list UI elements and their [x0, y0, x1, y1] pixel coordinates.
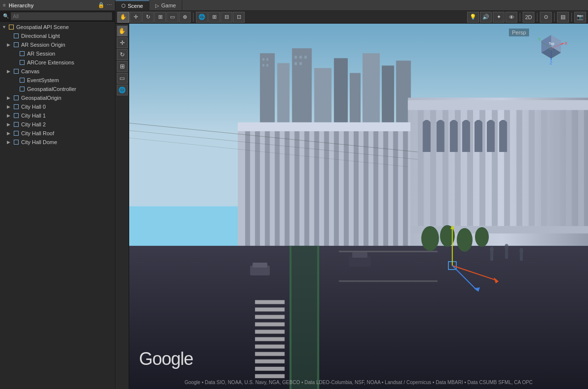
- snap-tool-btn[interactable]: ⊟: [221, 12, 232, 23]
- hand-palette-btn[interactable]: ✋: [117, 26, 128, 36]
- tree-item-city-hall-roof[interactable]: ▶ City Hall Roof: [0, 129, 115, 138]
- separator-4: [554, 13, 555, 22]
- svg-rect-46: [334, 127, 339, 261]
- layers-btn[interactable]: ▤: [557, 12, 569, 23]
- hierarchy-tree: ▼ Geospatial API Scene Directional Light…: [0, 22, 115, 389]
- grid-tool-btn[interactable]: ⊞: [208, 12, 220, 23]
- tree-label-city-hall-dome: City Hall Dome: [21, 139, 57, 145]
- svg-rect-51: [383, 127, 388, 261]
- tree-item-event-system[interactable]: EventSystem: [0, 76, 115, 85]
- paint-tool-btn[interactable]: ⊡: [233, 12, 245, 23]
- svg-rect-47: [344, 127, 349, 261]
- scale-palette-btn[interactable]: ⊞: [117, 61, 128, 72]
- svg-rect-54: [238, 122, 410, 131]
- tree-item-city-hall-dome[interactable]: ▶ City Hall Dome: [0, 138, 115, 147]
- svg-rect-40: [275, 127, 280, 261]
- scene-cube-icon: [8, 24, 15, 30]
- rect-tool-btn[interactable]: ▭: [167, 12, 178, 23]
- tree-item-arcore-extensions[interactable]: ARCore Extensions: [0, 58, 115, 67]
- event-system-icon: [19, 77, 26, 84]
- svg-rect-66: [255, 374, 284, 378]
- svg-rect-37: [245, 127, 250, 261]
- separator-5: [571, 13, 572, 22]
- rotate-palette-btn[interactable]: ↻: [117, 49, 128, 60]
- scene-tab-icon: ⬡: [121, 3, 126, 8]
- tree-label-ar-session: AR Session: [27, 51, 55, 57]
- tree-item-geospatial-api-scene[interactable]: ▼ Geospatial API Scene: [0, 23, 115, 31]
- tree-item-geospatial-origin[interactable]: ▶ GeospatialOrigin: [0, 93, 115, 102]
- tree-item-city-hall-2[interactable]: ▶ City Hall 2: [0, 120, 115, 129]
- ar-session-icon: [19, 50, 26, 57]
- toolbar-center-group: 🌐 ⊞ ⊟ ⊡: [196, 12, 245, 23]
- arrow-icon: ▶: [7, 131, 13, 136]
- hierarchy-actions: 🔒 ⋯: [98, 2, 112, 8]
- hierarchy-search-input[interactable]: [11, 12, 112, 20]
- svg-rect-14: [294, 56, 297, 59]
- tree-item-directional-light[interactable]: Directional Light: [0, 31, 115, 40]
- lock-icon[interactable]: 🔒: [98, 2, 105, 8]
- tree-item-city-hall-0[interactable]: ▶ City Hall 0: [0, 102, 115, 111]
- city-hall-0-icon: [13, 103, 20, 110]
- scene-background: [129, 24, 588, 389]
- arrow-icon: ▶: [7, 104, 13, 109]
- rotate-tool-btn[interactable]: ↻: [142, 12, 154, 23]
- scene-area: ⬡ Scene ▷ Game ✋ ✛ ↻ ⊞ ▭ ⊕ 🌐 ⊞: [115, 0, 588, 389]
- geospatial-controller-icon: [19, 86, 26, 92]
- city-hall-roof-icon: [13, 130, 20, 137]
- globe-tool-btn[interactable]: 🌐: [196, 12, 208, 23]
- rect-palette-btn[interactable]: ▭: [117, 73, 128, 84]
- more-icon[interactable]: ⋯: [107, 2, 112, 8]
- tab-scene[interactable]: ⬡ Scene: [115, 0, 149, 10]
- orientation-cube[interactable]: X Y Z Top: [534, 31, 563, 60]
- light-btn[interactable]: 💡: [467, 12, 479, 23]
- transform-tool-btn[interactable]: ⊕: [179, 12, 191, 23]
- svg-rect-62: [255, 345, 284, 349]
- scene-tabs: ⬡ Scene ▷ Game: [115, 0, 588, 11]
- tree-label-city-hall-roof: City Hall Roof: [21, 130, 54, 136]
- svg-rect-31: [554, 103, 560, 226]
- scene-viewport[interactable]: Persp X Y Z: [129, 24, 588, 389]
- tree-item-ar-session-origin[interactable]: ▶ AR Session Origin: [0, 40, 115, 49]
- tree-item-geospatial-controller[interactable]: GeospatialController: [0, 85, 115, 93]
- tab-game-label: Game: [161, 2, 176, 8]
- ar-session-origin-icon: [13, 41, 20, 48]
- svg-rect-12: [262, 64, 264, 66]
- svg-rect-49: [364, 127, 368, 261]
- tree-item-canvas[interactable]: ▶ Canvas: [0, 67, 115, 76]
- hierarchy-header: ≡ Hierarchy 🔒 ⋯: [0, 0, 115, 11]
- globe-palette-btn[interactable]: 🌐: [117, 85, 128, 95]
- svg-text:Top: Top: [549, 42, 554, 46]
- city-hall-2-icon: [13, 121, 20, 128]
- city-hall-1-icon: [13, 112, 20, 119]
- audio-btn[interactable]: 🔊: [480, 12, 492, 23]
- scale-tool-btn[interactable]: ⊞: [154, 12, 166, 23]
- svg-rect-70: [339, 251, 438, 252]
- geospatial-origin-icon: [13, 94, 20, 101]
- svg-rect-88: [520, 253, 523, 261]
- tab-game[interactable]: ▷ Game: [149, 0, 182, 10]
- svg-rect-59: [255, 322, 284, 326]
- svg-rect-48: [354, 127, 359, 261]
- tree-label-city-hall-0: City Hall 0: [21, 104, 46, 110]
- move-tool-btn[interactable]: ✛: [130, 12, 141, 23]
- camera-btn[interactable]: 📷: [574, 12, 586, 23]
- svg-rect-50: [373, 127, 378, 261]
- tree-item-ar-session[interactable]: AR Session: [0, 49, 115, 58]
- google-logo-text: Google: [139, 349, 193, 369]
- svg-rect-69: [317, 246, 319, 389]
- hierarchy-panel: ≡ Hierarchy 🔒 ⋯ 🔍 ▼ Geospatial API Scene: [0, 0, 115, 389]
- crosshair-palette-btn[interactable]: ✛: [117, 37, 128, 48]
- svg-rect-58: [255, 315, 284, 319]
- hand-tool-btn[interactable]: ✋: [117, 12, 129, 23]
- svg-text:Z: Z: [550, 60, 553, 65]
- google-watermark: Google: [139, 349, 193, 369]
- tree-item-city-hall-1[interactable]: ▶ City Hall 1: [0, 111, 115, 120]
- persp-label: Persp: [509, 29, 529, 36]
- 2d-btn[interactable]: 2D: [523, 12, 534, 23]
- gizmos-btn[interactable]: ⊙: [540, 12, 552, 23]
- hidden-btn[interactable]: 👁: [505, 12, 517, 23]
- svg-rect-13: [266, 64, 268, 66]
- svg-rect-41: [284, 127, 289, 261]
- fx-btn[interactable]: ✦: [493, 12, 504, 23]
- svg-rect-53: [403, 127, 408, 261]
